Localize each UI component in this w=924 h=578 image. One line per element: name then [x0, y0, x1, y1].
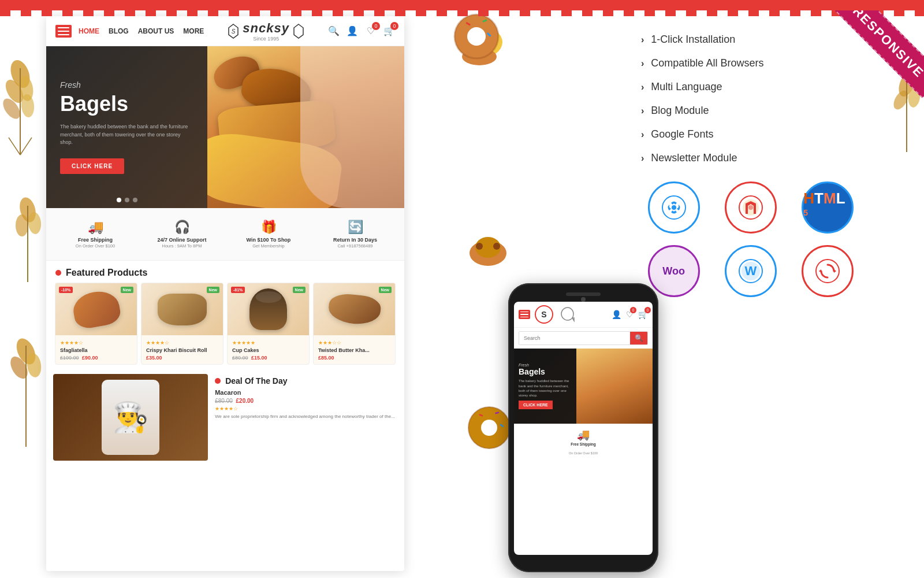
magento-icon[interactable] — [725, 181, 777, 234]
wishlist-icon[interactable]: ♡0 — [365, 25, 377, 37]
phone-camera — [581, 297, 586, 302]
dot-3[interactable] — [133, 198, 137, 202]
deal-info: Deal Of The Day Macaron £80.00 £20.00 ★★… — [215, 374, 397, 461]
phone-search-input[interactable] — [519, 332, 630, 344]
svg-rect-52 — [500, 424, 504, 427]
hero-subtitle: Fresh — [60, 80, 193, 90]
phone-search-button[interactable]: 🔍 — [630, 332, 647, 344]
wordpress-icon[interactable]: W — [725, 245, 777, 297]
svg-point-17 — [471, 36, 488, 48]
menu-icon[interactable] — [55, 25, 72, 38]
phone-hero: Fresh Bagels The bakery huddled between … — [514, 349, 653, 424]
html5-icon[interactable]: HTML 5 — [802, 181, 854, 234]
phone-cart-badge: 0 — [644, 307, 651, 313]
feature-return-sub: Call +9187568489 — [337, 243, 372, 249]
arrow-icon-6: › — [641, 153, 644, 164]
svg-point-38 — [467, 27, 486, 46]
phone-hero-description: The bakery huddled between the bank and … — [519, 379, 572, 398]
phone-navbar: S 👤 ♡ 0 🛒 0 — [514, 302, 653, 328]
deal-section-title: Deal Of The Day — [225, 376, 287, 386]
svg-rect-41 — [482, 19, 487, 23]
feature-support-title: 24/7 Online Support — [141, 237, 223, 243]
svg-rect-50 — [479, 414, 483, 417]
nav-more[interactable]: MORE — [183, 27, 204, 35]
svg-point-43 — [470, 240, 506, 266]
arrow-icon-3: › — [641, 82, 644, 92]
product-1-old-price: £100.00 — [60, 355, 79, 361]
dot-2[interactable] — [125, 198, 129, 202]
section-dot — [55, 270, 61, 276]
nav-blog[interactable]: BLOG — [109, 27, 129, 35]
svg-point-48 — [481, 420, 497, 436]
nav-about[interactable]: ABOUT US — [138, 27, 174, 35]
nav-icon-group: 🔍 👤 ♡0 🛒0 — [328, 25, 395, 37]
dot-1[interactable] — [117, 198, 121, 202]
support-icon: 🎧 — [141, 220, 223, 235]
phone-screen: S 👤 ♡ 0 🛒 0 — [514, 302, 653, 555]
phone-cart-icon[interactable]: 🛒 0 — [638, 310, 648, 319]
feature-shipping: 🚚 Free Shipping On Order Over $100 — [52, 217, 139, 251]
hero-title: Bagels — [60, 92, 193, 116]
svg-point-46 — [493, 243, 500, 250]
nav-home[interactable]: HOME — [79, 27, 99, 35]
svg-text:W: W — [745, 264, 757, 278]
product-4-stars: ★★★☆☆ — [318, 340, 390, 346]
phone-wishlist-badge: 0 — [630, 307, 636, 313]
deal-image: 👨‍🍳 — [53, 374, 208, 461]
pastry-decoration-mid — [465, 230, 511, 273]
top-border — [0, 0, 924, 10]
product-4-info: ★★★☆☆ Twisted Butter Kha... £85.00 — [314, 335, 395, 364]
feature-win-sub: Get Membership — [252, 243, 284, 249]
product-2-new-badge: New — [207, 287, 219, 293]
product-3-sale-badge: -81% — [231, 287, 245, 293]
product-3-price: £80.00 £15.00 — [232, 355, 304, 361]
featured-section-header: Featured Products — [46, 261, 404, 283]
phone-feature-shipping: 🚚 Free Shipping On Order Over $100 — [569, 428, 598, 457]
svg-marker-31 — [834, 269, 836, 273]
phone-shipping-icon: 🚚 — [569, 428, 598, 441]
product-card-4: New ★★★☆☆ Twisted Butter Kha... £85.00 — [313, 283, 396, 365]
main-container: RESPONSIVE — [0, 10, 924, 578]
arrow-icon-2: › — [641, 58, 644, 69]
phone-hero-btn[interactable]: CLICK HERE — [519, 401, 553, 409]
cart-icon[interactable]: 🛒0 — [383, 25, 395, 37]
shipping-icon: 🚚 — [54, 220, 136, 235]
preview-navbar: HOME BLOG ABOUT US MORE S sncksy Since 1… — [46, 16, 404, 46]
donut-decoration-top — [450, 10, 502, 65]
deal-section: 👨‍🍳 Deal Of The Day Macaron £80.00 £20.0… — [46, 369, 404, 465]
wishlist-badge: 0 — [372, 22, 380, 30]
product-2-stars: ★★★★☆ — [146, 340, 218, 346]
joomla-icon[interactable] — [648, 181, 700, 234]
prestashop-icon[interactable] — [802, 245, 854, 297]
phone-feature-shipping-sub: On Order Over $100 — [569, 451, 598, 455]
feature-shipping-sub: On Order Over $100 — [76, 243, 115, 249]
user-icon[interactable]: 👤 — [346, 25, 358, 37]
deal-stars: ★★★★☆ — [215, 406, 397, 412]
svg-rect-40 — [466, 22, 471, 26]
hero-left: Fresh Bagels The bakery huddled between … — [46, 46, 207, 208]
product-2-new-price: £35.00 — [146, 355, 162, 361]
phone-outer: S 👤 ♡ 0 🛒 0 — [508, 283, 658, 572]
phone-user-icon[interactable]: 👤 — [612, 310, 621, 319]
product-1-stars: ★★★★☆ — [60, 340, 132, 346]
svg-point-9 — [16, 214, 28, 236]
product-4-new-badge: New — [379, 287, 392, 293]
product-1-new-badge: New — [121, 287, 133, 293]
phone-speaker — [566, 292, 601, 296]
phone-wishlist-icon[interactable]: ♡ 0 — [626, 310, 634, 319]
search-icon[interactable]: 🔍 — [328, 25, 340, 37]
svg-point-23 — [672, 205, 676, 210]
hero-section: Fresh Bagels The bakery huddled between … — [46, 46, 404, 208]
phone-brand: S — [535, 305, 553, 324]
feature-return-title: Return In 30 Days — [314, 237, 396, 243]
brand-logo: S sncksy Since 1995 — [204, 21, 328, 42]
nav-links: HOME BLOG ABOUT US MORE — [79, 27, 204, 35]
product-1-price: £100.00 £90.00 — [60, 355, 132, 361]
wheat-decoration-top-left — [0, 57, 46, 163]
feature-support: 🎧 24/7 Online Support Hours : 9AM To 8PM — [139, 217, 225, 251]
hero-cta-button[interactable]: CLICK HERE — [60, 158, 124, 174]
features-bar: 🚚 Free Shipping On Order Over $100 🎧 24/… — [46, 208, 404, 261]
product-card-3: -81% New ★★★★★ Cup Cakes £80.00 £15.00 — [227, 283, 310, 365]
phone-mockup: S 👤 ♡ 0 🛒 0 — [508, 283, 658, 572]
phone-menu-icon[interactable] — [519, 310, 530, 319]
